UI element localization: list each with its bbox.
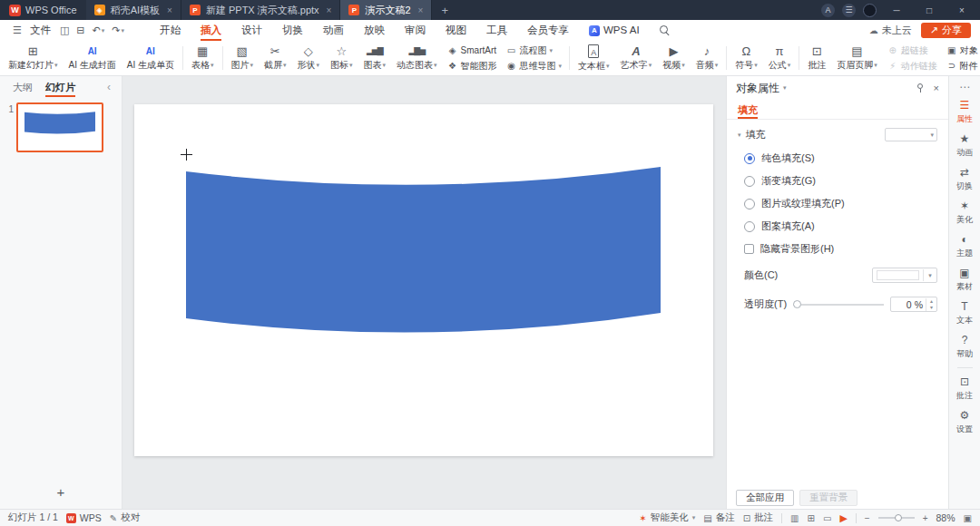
share-button[interactable]: ↗分享 bbox=[921, 23, 971, 38]
comment-button[interactable]: ⊡批注 bbox=[802, 41, 831, 75]
save-button[interactable]: ◫ bbox=[56, 24, 73, 36]
file-menu-button[interactable]: ☰ 文件 bbox=[0, 24, 56, 37]
avatar[interactable] bbox=[863, 4, 877, 17]
chevron-down-icon[interactable]: ▾ bbox=[783, 84, 787, 92]
proofread-button[interactable]: ✎校对 bbox=[110, 511, 140, 524]
sidebar-item-transition[interactable]: ⇄切换 bbox=[949, 162, 980, 196]
add-slide-button[interactable]: + bbox=[57, 484, 65, 500]
attachment-button[interactable]: ⊃附件 bbox=[946, 60, 980, 73]
transparency-slider[interactable] bbox=[793, 304, 884, 306]
tab-slides[interactable]: 幻灯片 bbox=[45, 76, 75, 98]
doc-tab-docer[interactable]: ◈ 稻壳AI模板 × bbox=[86, 0, 181, 20]
radio-gradient-fill[interactable]: 渐变填充(G) bbox=[744, 174, 937, 188]
menu-insert[interactable]: 插入 bbox=[191, 20, 231, 41]
zoom-in-button[interactable]: + bbox=[923, 513, 928, 523]
doc-tab-active[interactable]: P 演示文稿2 × bbox=[340, 0, 432, 20]
tab-fill[interactable]: 填充 bbox=[738, 100, 758, 119]
menu-wps-ai[interactable]: AWPS AI bbox=[579, 20, 650, 41]
action-link-button[interactable]: ⚡动作链接 bbox=[887, 60, 937, 73]
zoom-slider[interactable] bbox=[878, 517, 915, 519]
home-tab[interactable]: W WPS Office bbox=[0, 0, 86, 20]
more-tools-button[interactable]: ⋯ bbox=[959, 81, 970, 95]
minimize-button[interactable]: ─ bbox=[884, 5, 909, 15]
header-footer-button[interactable]: ▤页眉页脚▾ bbox=[831, 41, 883, 75]
audio-button[interactable]: ♪音频▾ bbox=[691, 41, 724, 75]
fill-preset-select[interactable]: ▾ bbox=[885, 128, 937, 141]
fill-section-header[interactable]: ▾ 填充 ▾ bbox=[738, 128, 937, 141]
symbol-button[interactable]: Ω符号▾ bbox=[730, 41, 763, 75]
reset-background-button[interactable]: 重置背景 bbox=[799, 490, 858, 506]
menu-transition[interactable]: 切换 bbox=[272, 20, 313, 41]
wps-status-button[interactable]: WWPS bbox=[66, 512, 102, 523]
messages-icon[interactable]: ☰ bbox=[842, 4, 856, 17]
assistant-icon[interactable]: A bbox=[821, 4, 835, 17]
step-down-icon[interactable]: ▾ bbox=[930, 305, 933, 311]
sidebar-item-text[interactable]: T文本 bbox=[949, 297, 980, 330]
radio-pattern-fill[interactable]: 图案填充(A) bbox=[744, 219, 937, 233]
curved-banner-shape[interactable] bbox=[186, 159, 661, 336]
close-tab-icon[interactable]: × bbox=[416, 5, 424, 15]
flowchart-button[interactable]: ▭流程图▾ bbox=[506, 44, 563, 57]
slider-handle[interactable] bbox=[793, 300, 801, 308]
transparency-stepper[interactable]: 0 % ▴ ▾ bbox=[890, 297, 937, 312]
sidebar-item-help[interactable]: ?帮助 bbox=[949, 330, 980, 364]
zoom-slider-handle[interactable] bbox=[895, 514, 902, 521]
apply-all-button[interactable]: 全部应用 bbox=[736, 490, 794, 506]
view-reading-button[interactable]: ▭ bbox=[823, 513, 831, 523]
smart-beautify-button[interactable]: ✶智能美化▾ bbox=[639, 511, 695, 524]
hyperlink-button[interactable]: ⊕超链接 bbox=[887, 44, 937, 57]
cloud-status[interactable]: ☁未上云 bbox=[869, 24, 912, 37]
search-button[interactable] bbox=[650, 20, 680, 41]
sidebar-item-properties[interactable]: ☰属性 bbox=[949, 95, 980, 129]
sidebar-item-beautify[interactable]: ✶美化 bbox=[949, 196, 980, 229]
new-tab-button[interactable]: + bbox=[432, 0, 457, 20]
textbox-button[interactable]: A文本框▾ bbox=[573, 41, 615, 75]
zoom-out-button[interactable]: − bbox=[865, 513, 870, 523]
collapse-panel-icon[interactable]: ‹ bbox=[107, 81, 111, 93]
checkbox-hide-background[interactable]: 隐藏背景图形(H) bbox=[744, 242, 937, 256]
view-sorter-button[interactable]: ⊞ bbox=[808, 513, 815, 523]
menu-animation[interactable]: 动画 bbox=[313, 20, 354, 41]
ai-page-button[interactable]: AIAI 生成单页 bbox=[122, 41, 180, 75]
formula-button[interactable]: π公式▾ bbox=[763, 41, 797, 75]
doc-tab-pptx[interactable]: P 新建 PPTX 演示文稿.pptx × bbox=[181, 0, 341, 20]
dynamic-chart-button[interactable]: ▂▇▅动态图表▾ bbox=[391, 41, 443, 75]
view-normal-button[interactable]: ▥ bbox=[790, 513, 799, 523]
slide[interactable] bbox=[134, 104, 713, 456]
menu-design[interactable]: 设计 bbox=[231, 20, 272, 41]
close-tab-icon[interactable]: × bbox=[325, 5, 332, 15]
smartart-button[interactable]: ◈SmartArt bbox=[447, 44, 497, 57]
icon-library-button[interactable]: ☆图标▾ bbox=[325, 41, 358, 75]
fit-screen-button[interactable]: ▣ bbox=[964, 513, 972, 523]
pin-icon[interactable] bbox=[916, 83, 925, 93]
menu-tools[interactable]: 工具 bbox=[476, 20, 517, 41]
menu-view[interactable]: 视图 bbox=[436, 20, 476, 41]
sidebar-item-assets[interactable]: ▣素材 bbox=[949, 263, 980, 297]
wordart-button[interactable]: A艺术字▾ bbox=[615, 41, 658, 75]
redo-button[interactable]: ↷▾ bbox=[108, 24, 128, 36]
object-button[interactable]: ▣对象▾ bbox=[946, 44, 980, 57]
undo-button[interactable]: ↶▾ bbox=[89, 24, 109, 36]
notes-button[interactable]: ▤备注 bbox=[703, 511, 734, 524]
menu-review[interactable]: 审阅 bbox=[395, 20, 436, 41]
sidebar-item-settings[interactable]: ⚙设置 bbox=[949, 405, 980, 439]
editing-canvas[interactable]: A bbox=[122, 76, 726, 509]
slide-thumbnail[interactable] bbox=[16, 102, 103, 152]
close-window-button[interactable]: × bbox=[949, 5, 975, 15]
radio-solid-fill[interactable]: 纯色填充(S) bbox=[744, 151, 937, 165]
sidebar-item-comments[interactable]: ⊡批注 bbox=[949, 372, 980, 405]
sidebar-item-animation[interactable]: ★动画 bbox=[949, 129, 980, 162]
shapes-button[interactable]: ◇形状▾ bbox=[292, 41, 326, 75]
ai-cover-button[interactable]: AIAI 生成封面 bbox=[64, 41, 122, 75]
video-button[interactable]: ▶视频▾ bbox=[657, 41, 691, 75]
comments-button[interactable]: ⊡批注 bbox=[743, 511, 773, 524]
zoom-level[interactable]: 88% bbox=[936, 512, 956, 523]
mindmap-button[interactable]: ◉思维导图▾ bbox=[506, 60, 563, 73]
step-up-icon[interactable]: ▴ bbox=[930, 298, 933, 305]
radio-picture-fill[interactable]: 图片或纹理填充(P) bbox=[744, 197, 937, 210]
tab-outline[interactable]: 大纲 bbox=[13, 76, 33, 98]
picture-button[interactable]: ▧图片▾ bbox=[226, 41, 260, 75]
smart-graphic-button[interactable]: ❖智能图形 bbox=[447, 60, 497, 73]
menu-member[interactable]: 会员专享 bbox=[517, 20, 579, 41]
print-button[interactable]: ⊟ bbox=[73, 24, 88, 36]
